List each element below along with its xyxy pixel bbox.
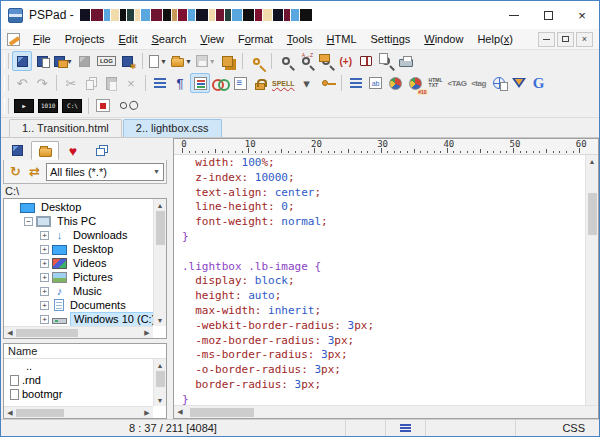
macro-record-icon[interactable] bbox=[93, 96, 113, 116]
tag-lowercase-icon[interactable]: <tag bbox=[469, 73, 489, 93]
run-script-icon[interactable]: ▶ bbox=[12, 96, 36, 116]
expand-icon[interactable]: + bbox=[40, 287, 49, 296]
scroll-left-icon[interactable]: ◀ bbox=[4, 407, 16, 419]
project-add-file-icon[interactable] bbox=[32, 51, 52, 71]
folder-tree[interactable]: Desktop−This PC+↓Downloads+Desktop+Video… bbox=[4, 199, 153, 326]
menu-view[interactable]: View bbox=[193, 31, 231, 47]
menu-tools[interactable]: Tools bbox=[280, 31, 320, 47]
new-file-icon[interactable]: ▼ bbox=[147, 51, 169, 71]
files-vertical-scrollbar[interactable]: ▲ ▼ bbox=[153, 359, 166, 406]
tree-vertical-scrollbar[interactable]: ▲ ▼ bbox=[153, 199, 166, 326]
expand-icon[interactable]: + bbox=[40, 231, 49, 240]
chevron-down-icon[interactable]: ▼ bbox=[185, 58, 192, 65]
tree-item-desktop[interactable]: Desktop bbox=[4, 200, 153, 214]
scroll-left-icon[interactable]: ◀ bbox=[4, 327, 16, 339]
project-open-icon[interactable] bbox=[12, 51, 32, 71]
editor-horizontal-scrollbar[interactable]: ◀ bbox=[174, 405, 598, 418]
open-file-icon[interactable]: ▼ bbox=[169, 51, 194, 71]
document-tab[interactable]: 1.. Transition.html bbox=[9, 119, 122, 137]
expand-icon[interactable]: + bbox=[40, 259, 49, 268]
scroll-thumb[interactable] bbox=[190, 408, 254, 417]
save-all-icon[interactable] bbox=[218, 51, 238, 71]
tree-item-downloads[interactable]: +↓Downloads bbox=[4, 228, 153, 242]
scroll-down-icon[interactable]: ▼ bbox=[154, 394, 166, 406]
print-preview-icon[interactable] bbox=[376, 51, 396, 71]
syntax-highlighting-status[interactable]: CSS bbox=[516, 420, 599, 436]
menu-format[interactable]: Format bbox=[231, 31, 280, 47]
tag-uppercase-icon[interactable]: <TAG bbox=[446, 73, 469, 93]
expand-icon[interactable]: + bbox=[40, 301, 49, 310]
reformat-code-icon[interactable] bbox=[150, 73, 170, 93]
mdi-close-button[interactable]: × bbox=[576, 32, 593, 47]
validator-icon[interactable] bbox=[509, 73, 529, 93]
scroll-left-icon[interactable]: ◀ bbox=[174, 406, 186, 418]
menu-html[interactable]: HTML bbox=[320, 31, 364, 47]
file-list[interactable]: ...rndbootmgr bbox=[4, 359, 153, 406]
save-file-icon[interactable]: ▼ bbox=[194, 51, 218, 71]
expand-icon[interactable]: + bbox=[40, 315, 49, 324]
paste-icon[interactable] bbox=[101, 73, 121, 93]
close-button[interactable]: × bbox=[565, 1, 599, 29]
glasses-icon[interactable] bbox=[113, 96, 133, 116]
project-settings-icon[interactable] bbox=[118, 51, 138, 71]
delete-icon[interactable]: × bbox=[121, 73, 141, 93]
file-list-item[interactable]: .. bbox=[4, 359, 153, 373]
menu-search[interactable]: Search bbox=[144, 31, 193, 47]
scroll-down-icon[interactable]: ▼ bbox=[154, 314, 166, 326]
chevron-down-icon[interactable]: ▼ bbox=[160, 58, 167, 65]
scroll-thumb[interactable] bbox=[16, 329, 78, 337]
files-horizontal-scrollbar[interactable]: ◀ ▶ bbox=[4, 406, 153, 418]
collapse-icon[interactable]: − bbox=[24, 217, 33, 226]
maximize-button[interactable] bbox=[531, 1, 565, 29]
binary-view-icon[interactable]: 1010 bbox=[36, 96, 60, 116]
menu-window[interactable]: Window bbox=[417, 31, 470, 47]
scroll-thumb[interactable] bbox=[16, 409, 64, 417]
search-replace-icon[interactable] bbox=[296, 51, 316, 71]
scroll-right-icon[interactable]: ▶ bbox=[141, 407, 153, 419]
show-formatting-icon[interactable]: ¶ bbox=[170, 73, 190, 93]
spell-check-icon[interactable]: SPELL bbox=[270, 73, 297, 93]
goto-line-icon[interactable]: (+) bbox=[336, 51, 356, 71]
tree-item-pictures[interactable]: +Pictures bbox=[4, 270, 153, 284]
html-to-text-icon[interactable]: HTML TXT bbox=[426, 73, 446, 93]
minimize-button[interactable] bbox=[497, 1, 531, 29]
key-icon[interactable] bbox=[247, 51, 267, 71]
text-select-icon[interactable]: ab bbox=[366, 73, 386, 93]
toolbar-grip[interactable] bbox=[4, 53, 9, 69]
editor-vertical-scrollbar[interactable]: ▲ bbox=[585, 155, 598, 405]
project-log-icon[interactable]: LOG bbox=[95, 51, 118, 71]
syntax-highlighting-icon[interactable] bbox=[190, 73, 210, 93]
line-numbers-icon[interactable] bbox=[230, 73, 250, 93]
web-preview-icon[interactable] bbox=[489, 73, 509, 93]
color-palette-icon[interactable] bbox=[210, 73, 230, 93]
document-tab[interactable]: 2.. lightbox.css bbox=[123, 119, 222, 137]
scroll-thumb[interactable] bbox=[156, 371, 165, 387]
redo-icon[interactable]: ↷ bbox=[32, 73, 52, 93]
search-icon[interactable] bbox=[276, 51, 296, 71]
copy-icon[interactable] bbox=[81, 73, 101, 93]
menu-projects[interactable]: Projects bbox=[58, 31, 112, 47]
refresh-icon[interactable]: ↻ bbox=[6, 162, 25, 181]
tree-item-documents[interactable]: +Documents bbox=[4, 298, 153, 312]
command-line-icon[interactable]: C:\ bbox=[60, 96, 84, 116]
toolbar-grip[interactable] bbox=[4, 75, 9, 91]
file-list-header-name[interactable]: Name bbox=[4, 344, 166, 359]
undo-icon[interactable]: ↶ bbox=[12, 73, 32, 93]
project-save-icon[interactable] bbox=[75, 51, 95, 71]
code-indent-icon[interactable] bbox=[346, 73, 366, 93]
scroll-thumb[interactable] bbox=[156, 211, 165, 245]
tree-item-videos[interactable]: +Videos bbox=[4, 256, 153, 270]
pin-icon[interactable] bbox=[317, 73, 337, 93]
scroll-up-icon[interactable]: ▲ bbox=[154, 199, 166, 211]
tree-item-music[interactable]: +♪Music bbox=[4, 284, 153, 298]
scroll-thumb[interactable] bbox=[588, 193, 597, 235]
favorites-panel-tab[interactable]: ♥ bbox=[59, 141, 87, 160]
more-buttons-icon[interactable]: ▾ bbox=[297, 73, 317, 93]
mdi-restore-button[interactable] bbox=[557, 32, 574, 47]
menu-edit[interactable]: Edit bbox=[112, 31, 145, 47]
swap-panels-icon[interactable]: ⇄ bbox=[25, 162, 44, 181]
tree-item-desktop[interactable]: +Desktop bbox=[4, 242, 153, 256]
expand-icon[interactable]: + bbox=[40, 245, 49, 254]
code-area[interactable]: width: 100%; z-index: 10000; text-align:… bbox=[174, 155, 598, 405]
print-icon[interactable] bbox=[396, 51, 416, 71]
